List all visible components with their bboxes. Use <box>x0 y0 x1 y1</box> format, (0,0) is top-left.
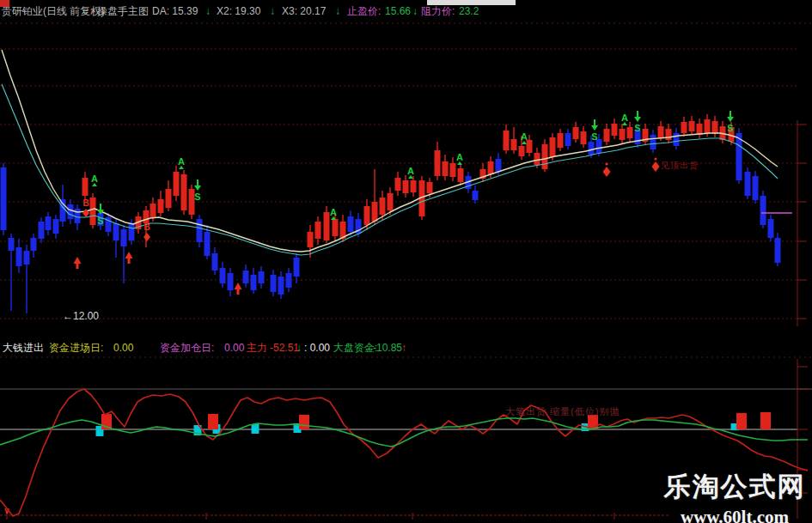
market-fund-value: -10.85 <box>373 342 402 354</box>
indicator-header: 大钱进出 资金进场日: 0.00 资金加仓日: 0.00 主力 -52.51 ↓… <box>0 341 812 355</box>
svg-text:A: A <box>621 113 628 123</box>
x2-down-arrow-icon: ↓ <box>270 5 275 17</box>
candles-layer <box>1 114 781 313</box>
indicator-panel-name: 大钱进出 <box>3 342 44 354</box>
svg-text:A: A <box>456 152 463 162</box>
svg-text:S: S <box>97 216 103 226</box>
svg-text:S: S <box>634 123 640 133</box>
stop-down-arrow-icon: ↓ <box>412 5 418 17</box>
svg-text:A: A <box>330 207 337 217</box>
da-down-arrow-icon: ↓ <box>205 5 211 17</box>
stop-profit-value: 15.66 <box>385 5 411 17</box>
market-fund-up-arrow-icon: ↑ <box>401 342 406 354</box>
fund-add-value: 0.00 <box>224 342 244 354</box>
x3-value: X3: 20.17 <box>282 5 326 17</box>
price-axis <box>797 120 807 326</box>
resistance-value: 23.2 <box>459 5 479 17</box>
svg-text:S: S <box>727 123 733 133</box>
annotation-top-sell: 见顶出货 <box>661 160 699 172</box>
stop-profit-label: 止盈价: <box>347 5 381 17</box>
app-icon <box>0 0 9 7</box>
svg-text:B: B <box>82 198 89 208</box>
fund-entry-label: 资金进场日: <box>49 342 103 354</box>
svg-text:S: S <box>194 192 200 202</box>
annotation-big-outflow: 大笔出货 缩量(低位)别抛 <box>505 405 620 418</box>
svg-text:A: A <box>178 156 185 167</box>
watermark-site-name: 乐淘公式网 <box>662 469 808 505</box>
price-marker: ←12.00 <box>63 310 99 322</box>
fund-entry-value: 0.00 <box>113 342 133 354</box>
svg-text:A: A <box>521 131 528 142</box>
svg-text:B: B <box>143 222 150 232</box>
main-force-extra: : 0.00 <box>304 342 330 354</box>
x2-value: X2: 19.30 <box>217 5 260 17</box>
da-value: DA: 15.39 <box>152 5 198 17</box>
fund-add-label: 资金加仓日: <box>160 342 214 354</box>
chart-header: 贵研铂业(日线 前复权) ↑ 操盘手主图 DA: 15.39 ↓ X2: 19.… <box>0 0 812 19</box>
main-force-value: -52.51 <box>270 342 299 354</box>
trading-app-window: 贵研铂业(日线 前复权) ↑ 操盘手主图 DA: 15.39 ↓ X2: 19.… <box>0 0 812 523</box>
x3-down-arrow-icon: ↓ <box>335 5 340 17</box>
watermark-url: www.60lt.com <box>662 507 808 523</box>
main-force-label: 主力 <box>247 342 267 354</box>
chart-canvas[interactable]: AAAAAAASSSSSBB∨ <box>0 0 812 523</box>
indicator-name: 操盘手主图 <box>97 5 149 17</box>
ma-lines <box>2 50 778 255</box>
up-arrow-icon: ↑ <box>89 5 94 17</box>
svg-text:A: A <box>91 173 98 184</box>
svg-text:A: A <box>407 166 414 176</box>
white-strip <box>427 0 516 5</box>
main-force-down-arrow-icon: ↓ <box>296 342 302 354</box>
svg-text:S: S <box>591 131 597 142</box>
watermark: 乐淘公式网 www.60lt.com <box>662 469 808 523</box>
market-fund-label: 大盘资金: <box>333 342 377 354</box>
resistance-label: 阻力价: <box>421 5 455 17</box>
